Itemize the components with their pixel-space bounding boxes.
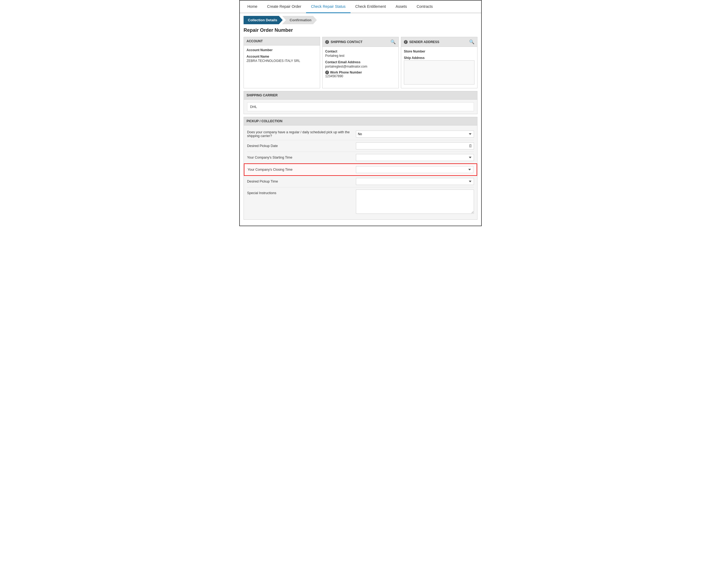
starting-time-select[interactable] (356, 154, 474, 161)
breadcrumb-tabs: Collection Details Confirmation (240, 13, 481, 24)
starting-time-control (356, 154, 474, 161)
account-number-label: Account Number (246, 48, 317, 52)
shipping-contact-search-icon[interactable]: 🔍 (390, 39, 396, 44)
special-instructions-label: Special Instructions (247, 190, 356, 195)
page-content: Repair Order Number ACCOUNT Account Numb… (240, 24, 481, 226)
ship-address-label: Ship Address (404, 56, 475, 60)
page-wrapper: Home Create Repair Order Check Repair St… (239, 0, 482, 226)
desired-pickup-time-select[interactable] (356, 178, 474, 185)
daily-pickup-control: No Yes (356, 131, 474, 138)
shipping-carrier-header: SHIPPING CARRIER (244, 91, 477, 100)
account-name-value: ZEBRA TECHNOLOGIES ITALY SRL (246, 59, 317, 63)
nav-bar: Home Create Repair Order Check Repair St… (240, 1, 481, 13)
desired-pickup-time-control (356, 178, 474, 185)
desired-pickup-date-row: Desired Pickup Date 🗓 (247, 140, 474, 152)
carrier-value: DHL (247, 102, 474, 111)
top-panels: ACCOUNT Account Number Account Name ZEBR… (244, 37, 477, 88)
account-panel: ACCOUNT Account Number Account Name ZEBR… (244, 37, 320, 88)
breadcrumb-confirmation[interactable]: Confirmation (282, 16, 317, 24)
nav-assets[interactable]: Assets (391, 1, 412, 13)
date-wrapper: 🗓 (356, 142, 474, 149)
special-instructions-control (356, 190, 474, 215)
closing-time-label: Your Company's Closing Time (247, 168, 356, 171)
breadcrumb-collection-details[interactable]: Collection Details (244, 16, 283, 24)
shipping-contact-panel-body: Contact Portalreg test Contact Email Add… (322, 47, 399, 82)
closing-time-row: Your Company's Closing Time (244, 163, 477, 176)
pickup-collection-body: Does your company have a regular / daily… (244, 125, 477, 219)
contact-email-value: portalregtest@mailinator.com (325, 65, 396, 68)
sender-address-panel-header: i SENDER ADDRESS 🔍 (401, 37, 477, 47)
contact-value: Portalreg test (325, 54, 396, 58)
closing-time-control (356, 166, 474, 173)
daily-pickup-select[interactable]: No Yes (356, 131, 474, 138)
nav-check-repair-status[interactable]: Check Repair Status (306, 1, 350, 13)
daily-pickup-label: Does your company have a regular / daily… (247, 130, 356, 138)
desired-pickup-date-input[interactable] (356, 142, 474, 149)
nav-contracts[interactable]: Contracts (412, 1, 438, 13)
nav-create-repair-order[interactable]: Create Repair Order (262, 1, 306, 13)
starting-time-row: Your Company's Starting Time (247, 152, 474, 163)
sender-address-search-icon[interactable]: 🔍 (469, 39, 475, 44)
store-number-label: Store Number (404, 49, 475, 53)
shipping-contact-header-label: SHIPPING CONTACT (331, 40, 362, 44)
account-panel-body: Account Number Account Name ZEBRA TECHNO… (244, 45, 320, 81)
nav-home[interactable]: Home (242, 1, 262, 13)
nav-check-entitlement[interactable]: Check Entitlement (351, 1, 391, 13)
sender-address-panel: i SENDER ADDRESS 🔍 Store Number Ship Add… (401, 37, 477, 88)
account-name-label: Account Name (246, 55, 317, 58)
sender-address-header-label: SENDER ADDRESS (409, 40, 439, 44)
account-header-label: ACCOUNT (246, 39, 263, 43)
daily-pickup-row: Does your company have a regular / daily… (247, 128, 474, 140)
special-instructions-row: Special Instructions (247, 187, 474, 217)
pickup-collection-section: PICKUP / COLLECTION Does your company ha… (244, 117, 477, 220)
starting-time-label: Your Company's Starting Time (247, 155, 356, 160)
shipping-contact-panel: i SHIPPING CONTACT 🔍 Contact Portalreg t… (322, 37, 399, 88)
phone-label: Work Phone Number (330, 70, 362, 74)
shipping-contact-panel-header: i SHIPPING CONTACT 🔍 (322, 37, 399, 47)
desired-pickup-time-label: Desired Pickup Time (247, 180, 356, 183)
pickup-collection-header: PICKUP / COLLECTION (244, 117, 477, 125)
special-instructions-textarea[interactable] (356, 190, 474, 214)
closing-time-select[interactable] (356, 166, 474, 173)
desired-pickup-time-row: Desired Pickup Time (247, 176, 474, 187)
contact-label: Contact (325, 49, 396, 53)
sender-address-info-icon: i (404, 40, 408, 44)
desired-pickup-date-label: Desired Pickup Date (247, 144, 356, 148)
account-panel-header: ACCOUNT (244, 37, 320, 45)
contact-email-label: Contact Email Address (325, 60, 396, 64)
phone-value: 1234567890 (325, 74, 396, 78)
shipping-carrier-body: DHL (244, 100, 477, 114)
desired-pickup-date-control: 🗓 (356, 142, 474, 149)
page-title: Repair Order Number (244, 27, 477, 33)
phone-info-icon: i (325, 70, 329, 74)
shipping-carrier-section: SHIPPING CARRIER DHL (244, 91, 477, 114)
shipping-contact-info-icon: i (325, 40, 329, 44)
sender-address-panel-body: Store Number Ship Address (401, 47, 477, 88)
ship-address-textarea[interactable] (404, 60, 475, 85)
